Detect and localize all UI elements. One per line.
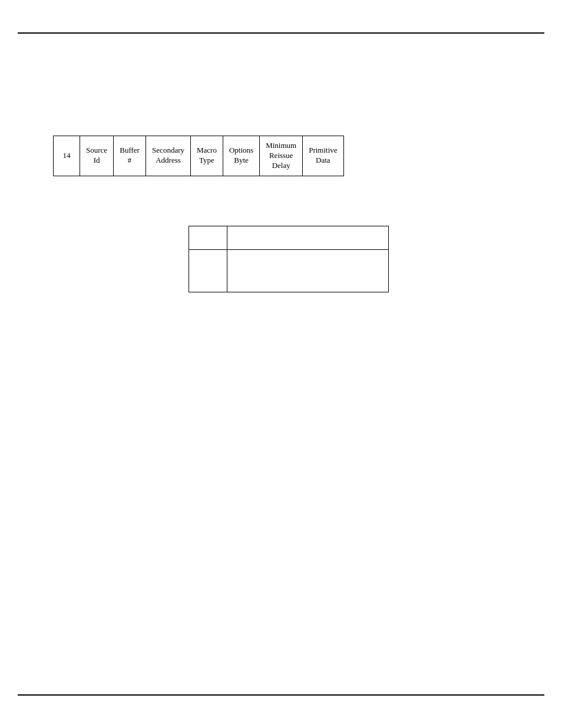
- main-table: 14 SourceId Buffer# SecondaryAddress Mac…: [53, 136, 344, 176]
- table-cell-minimum: MinimumReissueDelay: [260, 136, 303, 176]
- table-cell-macro: MacroType: [190, 136, 223, 176]
- secondary-cell-left-2: [189, 249, 227, 292]
- secondary-table: [189, 226, 389, 292]
- page-content: 14 SourceId Buffer# SecondaryAddress Mac…: [18, 47, 544, 681]
- table-cell-source: SourceId: [80, 136, 114, 176]
- secondary-cell-right-1: [227, 226, 388, 249]
- table-cell-secondary: SecondaryAddress: [146, 136, 191, 176]
- secondary-cell-right-2: [227, 249, 388, 292]
- bottom-rule: [18, 694, 544, 696]
- table-cell-primitive: PrimitiveData: [303, 136, 343, 176]
- table-row: [189, 226, 389, 249]
- secondary-table-wrapper: [189, 226, 544, 292]
- table-cell-options: OptionsByte: [223, 136, 259, 176]
- table-cell-buffer: Buffer#: [114, 136, 146, 176]
- main-table-wrapper: 14 SourceId Buffer# SecondaryAddress Mac…: [53, 136, 344, 176]
- top-rule: [18, 32, 544, 34]
- table-row: [189, 249, 389, 292]
- secondary-cell-left-1: [189, 226, 227, 249]
- table-cell-number: 14: [54, 136, 80, 176]
